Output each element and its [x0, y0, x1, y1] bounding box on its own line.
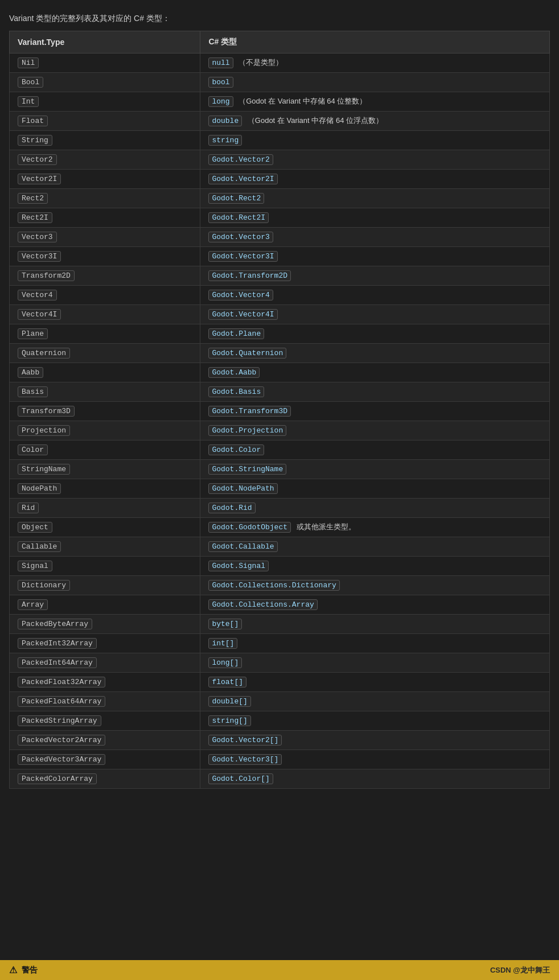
variant-cell: Callable	[10, 537, 200, 557]
variant-tag: Color	[18, 444, 48, 455]
table-row: DictionaryGodot.Collections.Dictionary	[10, 576, 550, 595]
variant-cell: Vector4	[10, 286, 200, 305]
csharp-code: Godot.Collections.Dictionary	[208, 580, 339, 591]
csharp-code: Godot.Vector4	[208, 290, 273, 300]
csharp-cell: Godot.Plane	[200, 324, 550, 344]
variant-cell: Vector2	[10, 150, 200, 170]
table-row: PackedFloat32Arrayfloat[]	[10, 673, 550, 692]
variant-cell: Dictionary	[10, 576, 200, 595]
csharp-cell: Godot.NodePath	[200, 479, 550, 499]
csharp-cell: Godot.Vector3	[200, 228, 550, 247]
variant-tag: Vector4	[18, 290, 57, 300]
table-row: PlaneGodot.Plane	[10, 324, 550, 344]
table-row: PackedInt64Arraylong[]	[10, 653, 550, 673]
variant-tag: PackedInt64Array	[18, 657, 97, 668]
variant-tag: PackedInt32Array	[18, 638, 97, 649]
variant-cell: Plane	[10, 324, 200, 344]
variant-cell: PackedColorArray	[10, 769, 200, 789]
csharp-code: Godot.Rect2I	[208, 212, 269, 223]
footer-warning-text: 警告	[22, 965, 38, 975]
table-row: PackedVector2ArrayGodot.Vector2[]	[10, 731, 550, 750]
table-row: PackedVector3ArrayGodot.Vector3[]	[10, 750, 550, 769]
csharp-cell: Godot.Vector3I	[200, 247, 550, 266]
csharp-code: Godot.Aabb	[208, 367, 260, 378]
csharp-code: double	[208, 116, 242, 126]
variant-cell: Vector2I	[10, 170, 200, 189]
variant-tag: PackedFloat32Array	[18, 677, 105, 687]
csharp-code: int[]	[208, 638, 237, 649]
footer-author: CSDN @龙中舞王	[490, 965, 550, 975]
csharp-note: 或其他派生类型。	[294, 522, 356, 531]
csharp-cell: null （不是类型）	[200, 53, 550, 73]
footer-bar: ⚠ 警告 CSDN @龙中舞王	[0, 960, 559, 980]
csharp-cell: long[]	[200, 653, 550, 673]
csharp-cell: Godot.Color	[200, 440, 550, 460]
csharp-cell: Godot.GodotObject 或其他派生类型。	[200, 518, 550, 537]
variant-tag: Nil	[18, 57, 39, 68]
variant-tag: StringName	[18, 464, 70, 475]
variant-tag: Vector3I	[18, 251, 61, 262]
csharp-code: long	[208, 96, 233, 107]
variant-cell: Vector3	[10, 228, 200, 247]
table-row: Vector2IGodot.Vector2I	[10, 170, 550, 189]
csharp-cell: Godot.Transform2D	[200, 266, 550, 286]
table-row: PackedColorArrayGodot.Color[]	[10, 769, 550, 789]
csharp-cell: Godot.Color[]	[200, 769, 550, 789]
variant-cell: Projection	[10, 421, 200, 440]
variant-cell: Aabb	[10, 363, 200, 382]
variant-tag: Rid	[18, 503, 39, 513]
csharp-note: （Godot 在 Variant 中存储 64 位整数）	[237, 97, 367, 105]
variant-tag: Float	[18, 116, 48, 126]
variant-tag: Aabb	[18, 367, 43, 378]
csharp-code: Godot.Vector2[]	[208, 735, 282, 746]
table-row: ProjectionGodot.Projection	[10, 421, 550, 440]
table-row: AabbGodot.Aabb	[10, 363, 550, 382]
footer-left: ⚠ 警告	[9, 965, 38, 975]
variant-tag: Rect2	[18, 193, 48, 204]
variant-cell: PackedVector2Array	[10, 731, 200, 750]
variant-tag: PackedFloat64Array	[18, 696, 105, 707]
variant-tag: PackedColorArray	[18, 773, 97, 784]
variant-cell: Signal	[10, 557, 200, 576]
variant-cell: Bool	[10, 73, 200, 92]
csharp-cell: long （Godot 在 Variant 中存储 64 位整数）	[200, 92, 550, 112]
csharp-cell: Godot.Vector2I	[200, 170, 550, 189]
csharp-code: double[]	[208, 696, 250, 707]
table-row: Rect2IGodot.Rect2I	[10, 208, 550, 228]
csharp-code: Godot.Vector3[]	[208, 754, 282, 765]
variant-tag: Plane	[18, 328, 48, 339]
table-row: PackedStringArraystring[]	[10, 711, 550, 731]
table-row: SignalGodot.Signal	[10, 557, 550, 576]
variant-cell: Object	[10, 518, 200, 537]
variant-tag: Signal	[18, 561, 52, 571]
csharp-code: Godot.Plane	[208, 328, 264, 339]
variant-tag: Bool	[18, 77, 43, 88]
table-row: BasisGodot.Basis	[10, 382, 550, 402]
csharp-code: Godot.Color[]	[208, 773, 273, 784]
variant-tag: Vector2I	[18, 174, 61, 184]
table-row: Vector4Godot.Vector4	[10, 286, 550, 305]
table-row: Vector3Godot.Vector3	[10, 228, 550, 247]
table-row: Boolbool	[10, 73, 550, 92]
table-container: Variant.Type C# 类型 Nilnull （不是类型）Boolboo…	[0, 31, 559, 789]
table-row: Stringstring	[10, 131, 550, 150]
csharp-cell: Godot.Rect2I	[200, 208, 550, 228]
variant-tag: Projection	[18, 425, 70, 436]
table-row: ColorGodot.Color	[10, 440, 550, 460]
csharp-code: Godot.Rect2	[208, 193, 264, 204]
csharp-code: Godot.Quaternion	[208, 348, 286, 359]
variant-cell: Rect2I	[10, 208, 200, 228]
csharp-code: Godot.Vector2I	[208, 174, 277, 184]
csharp-code: Godot.Transform2D	[208, 270, 291, 281]
intro-text: Variant 类型的完整列表及其对应的 C# 类型：	[0, 9, 559, 31]
variant-tag: Callable	[18, 541, 61, 552]
csharp-cell: Godot.Vector3[]	[200, 750, 550, 769]
table-row: Rect2Godot.Rect2	[10, 189, 550, 208]
csharp-cell: bool	[200, 73, 550, 92]
table-row: NodePathGodot.NodePath	[10, 479, 550, 499]
variant-cell: Nil	[10, 53, 200, 73]
table-row: Intlong （Godot 在 Variant 中存储 64 位整数）	[10, 92, 550, 112]
variant-cell: Int	[10, 92, 200, 112]
csharp-code: long[]	[208, 657, 242, 668]
variant-table: Variant.Type C# 类型 Nilnull （不是类型）Boolboo…	[9, 31, 550, 789]
